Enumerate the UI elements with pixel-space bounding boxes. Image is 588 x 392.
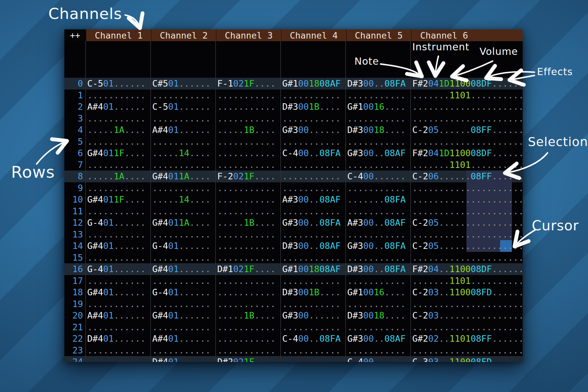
pattern-cell-ch3[interactable]: ........... bbox=[216, 205, 281, 217]
pattern-cell-ch6[interactable]: C-205................ bbox=[411, 240, 523, 252]
pattern-cell-ch1[interactable]: ........... bbox=[86, 298, 151, 310]
pattern-cell-ch5[interactable]: ........... bbox=[346, 182, 411, 194]
pattern-cell-ch5[interactable]: ........... bbox=[346, 252, 411, 264]
pattern-cell-ch4[interactable]: ........... bbox=[281, 171, 346, 182]
pattern-cell-ch3[interactable]: ........... bbox=[216, 240, 281, 252]
pattern-cell-ch1[interactable]: ........... bbox=[86, 321, 151, 333]
row-number[interactable]: 24 bbox=[64, 356, 86, 362]
pattern-cell-ch3[interactable]: ........... bbox=[216, 252, 281, 264]
pattern-cell-ch5[interactable]: G#10016.... bbox=[346, 286, 411, 298]
pattern-cell-ch2[interactable]: ........... bbox=[151, 205, 216, 217]
pattern-cell-ch4[interactable]: D#3001B.... bbox=[281, 286, 346, 298]
pattern-cell-ch3[interactable]: ........... bbox=[216, 101, 281, 113]
pattern-cell-ch4[interactable]: ........... bbox=[281, 275, 346, 287]
pattern-cell-ch1[interactable]: D#401...... bbox=[86, 333, 151, 345]
pattern-cell-ch4[interactable]: ........... bbox=[281, 159, 346, 171]
pattern-cell-ch5[interactable]: D#30018.... bbox=[346, 310, 411, 321]
row-number[interactable]: 15 bbox=[64, 252, 86, 264]
pattern-cell-ch1[interactable]: .....1A.... bbox=[86, 124, 151, 136]
pattern-cell-ch6[interactable]: C-203................ bbox=[411, 310, 523, 321]
pattern-cell-ch1[interactable]: G#401...... bbox=[86, 286, 151, 298]
pattern-cell-ch4[interactable]: G#1001808AF bbox=[281, 263, 346, 275]
pattern-cell-ch6[interactable]: ..................... bbox=[411, 229, 523, 240]
pattern-cell-ch5[interactable]: G#300..08FA bbox=[346, 240, 411, 252]
pattern-cell-ch5[interactable]: D#300..08FA bbox=[346, 78, 411, 90]
pattern-cell-ch5[interactable]: ........... bbox=[346, 136, 411, 148]
pattern-cell-ch4[interactable]: ........... bbox=[281, 182, 346, 194]
pattern-cell-ch3[interactable]: D#1021F.... bbox=[216, 263, 281, 275]
pattern-cell-ch6[interactable]: ..................... bbox=[411, 298, 523, 310]
pattern-cell-ch6[interactable]: ..................... bbox=[411, 194, 523, 205]
pattern-cell-ch2[interactable]: ........... bbox=[151, 90, 216, 101]
pattern-cell-ch6[interactable]: G#202..110108FF...... bbox=[411, 333, 523, 345]
pattern-cell-ch4[interactable]: C-400..08FA bbox=[281, 333, 346, 345]
pattern-cell-ch2[interactable]: ........... bbox=[151, 252, 216, 264]
pattern-cell-ch1[interactable]: ........... bbox=[86, 345, 151, 356]
pattern-cell-ch2[interactable]: .....14.... bbox=[151, 147, 216, 159]
pattern-cell-ch1[interactable]: ........... bbox=[86, 136, 151, 148]
pattern-cell-ch2[interactable]: ........... bbox=[151, 321, 216, 333]
pattern-cell-ch4[interactable]: D#3001B.... bbox=[281, 101, 346, 113]
row-number[interactable]: 16 bbox=[64, 263, 86, 275]
row-number[interactable]: 13 bbox=[64, 229, 86, 240]
row-number[interactable]: 14 bbox=[64, 240, 86, 252]
pattern-cell-ch4[interactable]: G#300..08FA bbox=[281, 217, 346, 229]
pattern-cell-ch6[interactable]: ..................... bbox=[411, 252, 523, 264]
pattern-cell-ch1[interactable]: G#401...... bbox=[86, 240, 151, 252]
pattern-cell-ch3[interactable]: ........... bbox=[216, 147, 281, 159]
row-number[interactable]: 22 bbox=[64, 333, 86, 345]
pattern-cell-ch5[interactable]: ........... bbox=[346, 159, 411, 171]
pattern-cell-ch4[interactable]: ........... bbox=[281, 298, 346, 310]
pattern-cell-ch1[interactable]: A#401...... bbox=[86, 310, 151, 321]
pattern-cell-ch2[interactable]: A#401...... bbox=[151, 124, 216, 136]
pattern-cell-ch2[interactable]: ........... bbox=[151, 229, 216, 240]
row-number[interactable]: 20 bbox=[64, 310, 86, 321]
pattern-cell-ch5[interactable]: ........... bbox=[346, 229, 411, 240]
pattern-cell-ch3[interactable]: .....1B.... bbox=[216, 310, 281, 321]
pattern-cell-ch1[interactable]: .....1A.... bbox=[86, 171, 151, 182]
pattern-cell-ch3[interactable]: ........... bbox=[216, 275, 281, 287]
pattern-cell-ch3[interactable]: ........... bbox=[216, 286, 281, 298]
pattern-cell-ch4[interactable]: ........... bbox=[281, 229, 346, 240]
pattern-cell-ch3[interactable]: ........... bbox=[216, 90, 281, 101]
pattern-cell-ch1[interactable]: C-501...... bbox=[86, 78, 151, 90]
channel-header-1[interactable]: Channel 1 bbox=[86, 29, 151, 41]
pattern-cell-ch4[interactable]: ........... bbox=[281, 252, 346, 264]
row-number[interactable]: 1 bbox=[64, 90, 86, 101]
pattern-cell-ch3[interactable]: ........... bbox=[216, 113, 281, 124]
row-number[interactable]: 23 bbox=[64, 345, 86, 356]
row-number[interactable]: 5 bbox=[64, 136, 86, 148]
pattern-cell-ch4[interactable]: G#1001808AF bbox=[281, 78, 346, 90]
pattern-cell-ch2[interactable]: .....14.... bbox=[151, 194, 216, 205]
channel-header-5[interactable]: Channel 5 bbox=[346, 29, 411, 41]
pattern-cell-ch1[interactable]: ........... bbox=[86, 275, 151, 287]
pattern-cell-ch6[interactable]: F#2041D110008DF...... bbox=[411, 78, 523, 90]
pattern-cell-ch6[interactable]: ..................... bbox=[411, 136, 523, 148]
pattern-cell-ch2[interactable]: G#4011A.... bbox=[151, 171, 216, 182]
pattern-cell-ch3[interactable]: ........... bbox=[216, 194, 281, 205]
pattern-cell-ch1[interactable]: ........... bbox=[86, 229, 151, 240]
channel-header-6[interactable]: Channel 6 bbox=[411, 29, 523, 41]
row-number[interactable]: 0 bbox=[64, 78, 86, 90]
pattern-cell-ch6[interactable]: ..................... bbox=[411, 182, 523, 194]
pattern-cell-ch6[interactable]: C-205................ bbox=[411, 217, 523, 229]
pattern-cell-ch4[interactable]: D#300..08AF bbox=[281, 240, 346, 252]
pattern-cell-ch1[interactable]: G#4011F.... bbox=[86, 147, 151, 159]
row-number[interactable]: 9 bbox=[64, 182, 86, 194]
row-number[interactable]: 8 bbox=[64, 171, 86, 182]
pattern-cell-ch2[interactable]: ........... bbox=[151, 182, 216, 194]
pattern-cell-ch4[interactable]: ........... bbox=[281, 90, 346, 101]
pattern-cell-ch1[interactable]: ........... bbox=[86, 252, 151, 264]
pattern-cell-ch3[interactable]: D#2021F.... bbox=[216, 356, 281, 362]
pattern-cell-ch1[interactable]: ........... bbox=[86, 90, 151, 101]
row-number[interactable]: 11 bbox=[64, 205, 86, 217]
pattern-cell-ch5[interactable]: C-400...... bbox=[346, 356, 411, 362]
pattern-cell-ch6[interactable]: ..................... bbox=[411, 113, 523, 124]
pattern-cell-ch1[interactable]: G-401...... bbox=[86, 263, 151, 275]
pattern-cell-ch1[interactable]: ........... bbox=[86, 356, 151, 362]
channel-header-2[interactable]: Channel 2 bbox=[151, 29, 216, 41]
pattern-cell-ch3[interactable]: ........... bbox=[216, 182, 281, 194]
pattern-cell-ch4[interactable]: ........... bbox=[281, 321, 346, 333]
pattern-cell-ch6[interactable]: ..................... bbox=[411, 321, 523, 333]
pattern-cell-ch5[interactable]: G#300..08AF bbox=[346, 147, 411, 159]
